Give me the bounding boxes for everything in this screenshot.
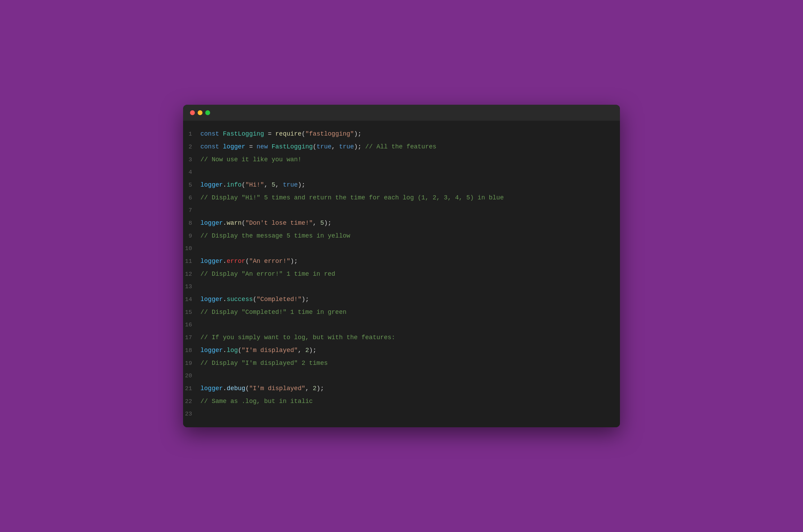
code-token: .	[223, 258, 227, 265]
code-window: 1const FastLogging = require("fastloggin…	[183, 105, 620, 427]
line-code: // Display "Hi!" 5 times and return the …	[200, 192, 620, 203]
code-token: (	[253, 296, 257, 303]
line-number: 3	[183, 154, 200, 165]
line-code: // Display "I'm displayed" 2 times	[200, 358, 620, 369]
line-number: 5	[183, 180, 200, 191]
line-number: 1	[183, 129, 200, 140]
code-token: .	[223, 181, 227, 188]
code-token: "fastlogging"	[305, 130, 354, 137]
maximize-button[interactable]	[205, 110, 210, 115]
line-code: logger.error("An error!");	[200, 256, 620, 267]
line-number: 6	[183, 192, 200, 204]
line-code: // Display "Completed!" 1 time in green	[200, 307, 620, 318]
code-token: const	[200, 130, 223, 137]
code-line: 2const logger = new FastLogging(true, tr…	[183, 140, 620, 153]
code-token: // Now use it like you wan!	[200, 156, 302, 163]
code-token: "An error!"	[249, 258, 290, 265]
code-line: 16	[183, 319, 620, 331]
code-line: 6// Display "Hi!" 5 times and return the…	[183, 191, 620, 204]
line-number: 14	[183, 294, 200, 305]
line-code: const FastLogging = require("fastlogging…	[200, 128, 620, 139]
code-token: ,	[305, 385, 313, 392]
code-token: "I'm displayed"	[249, 385, 305, 392]
close-button[interactable]	[190, 110, 195, 115]
code-token: .	[223, 220, 227, 226]
code-token: FastLogging	[271, 143, 313, 150]
code-line: 19// Display "I'm displayed" 2 times	[183, 357, 620, 370]
code-token: // Display the message 5 times in yellow	[200, 232, 350, 239]
code-token: =	[264, 130, 275, 137]
code-line: 11logger.error("An error!");	[183, 255, 620, 268]
code-token: logger	[200, 258, 223, 265]
code-token: // Display "I'm displayed" 2 times	[200, 360, 328, 367]
code-token: logger	[200, 220, 223, 226]
line-number: 16	[183, 319, 200, 331]
line-number: 19	[183, 358, 200, 369]
code-token: 2	[305, 347, 309, 354]
code-token: 2	[313, 385, 317, 392]
code-line: 7	[183, 204, 620, 217]
code-token: );	[298, 181, 305, 188]
line-code: // Now use it like you wan!	[200, 154, 620, 165]
code-line: 14logger.success("Completed!");	[183, 293, 620, 306]
code-token: info	[227, 181, 242, 188]
code-token: new	[257, 143, 271, 150]
code-token: // If you simply want to log, but with t…	[200, 334, 395, 341]
code-token: "Completed!"	[257, 296, 302, 303]
code-token: "Don't lose time!"	[245, 220, 313, 226]
code-token: (	[245, 258, 249, 265]
code-token: 5	[271, 181, 275, 188]
code-token: // Display "An error!" 1 time in red	[200, 271, 335, 277]
line-number: 7	[183, 205, 200, 216]
line-number: 18	[183, 345, 200, 356]
code-token: ,	[298, 347, 305, 354]
line-number: 10	[183, 243, 200, 254]
code-token: logger	[200, 296, 223, 303]
code-line: 12// Display "An error!" 1 time in red	[183, 268, 620, 281]
line-code: logger.log("I'm displayed", 2);	[200, 345, 620, 356]
line-code: logger.warn("Don't lose time!", 5);	[200, 217, 620, 229]
code-line: 18logger.log("I'm displayed", 2);	[183, 344, 620, 357]
line-code: // If you simply want to log, but with t…	[200, 332, 620, 343]
line-number: 17	[183, 332, 200, 343]
code-line: 10	[183, 242, 620, 255]
code-line: 5logger.info("Hi!", 5, true);	[183, 179, 620, 191]
titlebar	[183, 105, 620, 121]
code-token: "I'm displayed"	[242, 347, 298, 354]
code-token: );	[317, 385, 324, 392]
code-line: 21logger.debug("I'm displayed", 2);	[183, 382, 620, 395]
code-line: 4	[183, 166, 620, 179]
code-token: (	[245, 385, 249, 392]
line-code: logger.info("Hi!", 5, true);	[200, 179, 620, 190]
code-token: (	[242, 181, 245, 188]
code-token: ,	[331, 143, 339, 150]
line-number: 15	[183, 307, 200, 318]
code-token: success	[227, 296, 253, 303]
code-token: // All the features	[365, 143, 436, 150]
code-token: logger	[200, 347, 223, 354]
code-token: );	[290, 258, 298, 265]
code-token: error	[227, 258, 245, 265]
code-token: logger	[223, 143, 245, 150]
code-token: );	[324, 220, 332, 226]
line-number: 21	[183, 383, 200, 394]
line-number: 23	[183, 409, 200, 420]
line-number: 22	[183, 396, 200, 407]
line-number: 20	[183, 370, 200, 381]
code-line: 23	[183, 408, 620, 420]
minimize-button[interactable]	[198, 110, 202, 115]
code-token: ,	[313, 220, 320, 226]
line-number: 8	[183, 218, 200, 229]
code-line: 20	[183, 370, 620, 382]
line-code: // Display the message 5 times in yellow	[200, 230, 620, 241]
code-token: );	[354, 130, 362, 137]
line-code: logger.debug("I'm displayed", 2);	[200, 383, 620, 394]
code-line: 3// Now use it like you wan!	[183, 153, 620, 166]
code-token: const	[200, 143, 223, 150]
code-token: );	[302, 296, 309, 303]
line-number: 4	[183, 167, 200, 178]
line-code: const logger = new FastLogging(true, tru…	[200, 141, 620, 152]
code-line: 17// If you simply want to log, but with…	[183, 331, 620, 344]
code-token: warn	[227, 220, 242, 226]
line-code: logger.success("Completed!");	[200, 294, 620, 305]
